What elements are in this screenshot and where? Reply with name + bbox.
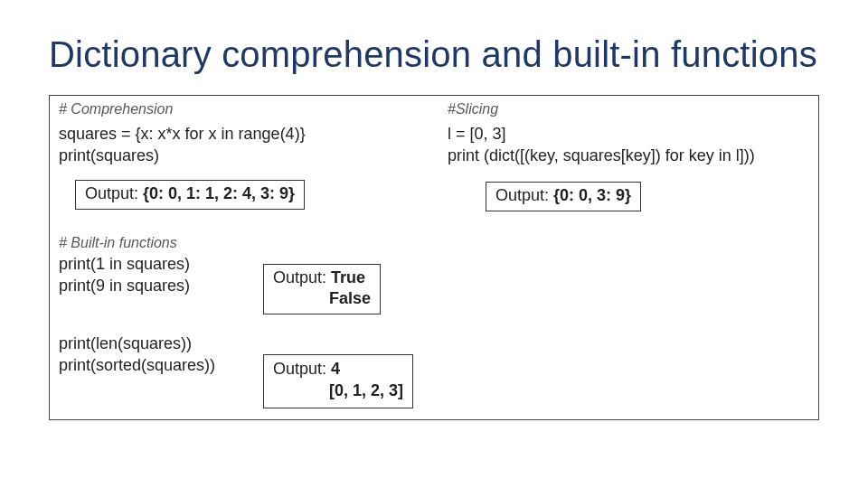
slide: Dictionary comprehension and built-in fu…	[0, 0, 868, 488]
output-label: Output:	[495, 186, 553, 204]
output-value-1: 4	[331, 360, 340, 378]
output-lensort: Output: 4 [0, 1, 2, 3]	[263, 354, 413, 408]
code-slicing-1: l = [0, 3]	[448, 123, 809, 145]
code-comprehension-1: squares = {x: x*x for x in range(4)}	[59, 123, 439, 145]
code-builtin-2: print(9 in squares)	[59, 275, 439, 296]
code-builtin-1: print(1 in squares)	[59, 253, 439, 275]
code-comprehension-2: print(squares)	[59, 145, 439, 166]
output-value: {0: 0, 1: 1, 2: 4, 3: 9}	[143, 184, 295, 202]
output-slicing: Output: {0: 0, 3: 9}	[486, 182, 641, 211]
output-value-2: False	[329, 289, 371, 307]
output-value-1: True	[331, 268, 365, 286]
comment-slicing: #Slicing	[448, 101, 809, 117]
output-lensort-wrap: Output: 4 [0, 1, 2, 3]	[263, 354, 413, 408]
output-label: Output:	[85, 184, 143, 202]
code-len: print(len(squares))	[59, 333, 439, 354]
output-value: {0: 0, 3: 9}	[553, 186, 631, 204]
output-comprehension: Output: {0: 0, 1: 1, 2: 4, 3: 9}	[75, 180, 305, 210]
comment-builtin: # Built-in functions	[59, 235, 439, 251]
output-builtin-wrap: Output: True False	[263, 264, 381, 314]
comment-comprehension: # Comprehension	[59, 101, 439, 117]
content-box: # Comprehension squares = {x: x*x for x …	[49, 95, 819, 420]
code-slicing-2: print (dict([(key, squares[key]) for key…	[448, 145, 809, 166]
right-column: #Slicing l = [0, 3] print (dict([(key, s…	[448, 96, 809, 211]
left-column: # Comprehension squares = {x: x*x for x …	[59, 96, 439, 377]
output-builtin: Output: True False	[263, 264, 381, 314]
output-value-2: [0, 1, 2, 3]	[329, 381, 403, 399]
page-title: Dictionary comprehension and built-in fu…	[49, 34, 819, 75]
output-label: Output:	[273, 360, 331, 378]
output-label: Output:	[273, 268, 331, 286]
